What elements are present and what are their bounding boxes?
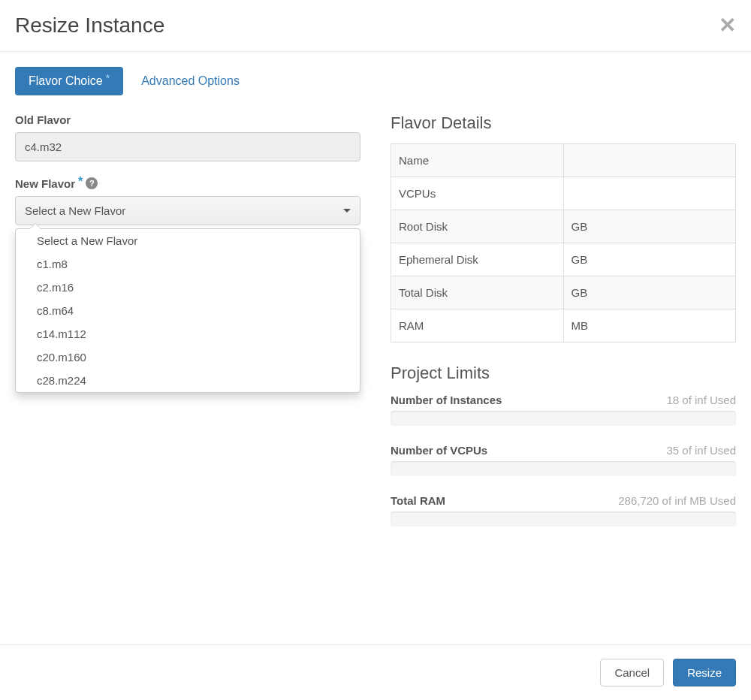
limit-instances: Number of Instances 18 of inf Used — [391, 394, 736, 426]
progress-bar — [391, 461, 736, 476]
modal-header: Resize Instance ✕ — [0, 0, 751, 52]
limit-label: Number of VCPUs — [391, 444, 487, 457]
modal-body: Flavor Choice * Advanced Options Old Fla… — [0, 52, 751, 560]
old-flavor-label: Old Flavor — [15, 113, 360, 126]
new-flavor-dropdown: Select a New Flavor Select a New Flavor … — [15, 196, 360, 225]
new-flavor-label: New Flavor * ? — [15, 177, 360, 190]
detail-value: GB — [563, 243, 736, 276]
new-flavor-label-text: New Flavor — [15, 177, 75, 190]
detail-label: Total Disk — [391, 276, 564, 309]
tabs: Flavor Choice * Advanced Options — [15, 67, 736, 95]
detail-value: GB — [563, 210, 736, 243]
limit-ram: Total RAM 286,720 of inf MB Used — [391, 494, 736, 527]
flavor-option[interactable]: c8.m64 — [16, 299, 360, 322]
flavor-option[interactable]: c20.m160 — [16, 345, 360, 369]
project-limits-title: Project Limits — [391, 364, 736, 383]
detail-label: Root Disk — [391, 210, 564, 243]
flavor-option[interactable]: c1.m8 — [16, 252, 360, 276]
detail-label: VCPUs — [391, 177, 564, 210]
flavor-details-table: Name VCPUs Root Disk GB Ephemeral Disk G… — [391, 143, 736, 342]
detail-label: Name — [391, 144, 564, 177]
help-icon[interactable]: ? — [86, 177, 98, 189]
detail-label: RAM — [391, 309, 564, 342]
cancel-button[interactable]: Cancel — [600, 659, 664, 686]
asterisk-icon: * — [106, 72, 110, 84]
limit-value: 35 of inf Used — [666, 444, 736, 457]
details-column: Flavor Details Name VCPUs Root Disk GB E… — [391, 113, 736, 545]
table-row: RAM MB — [391, 309, 736, 342]
detail-value: GB — [563, 276, 736, 309]
flavor-option[interactable]: c2.m16 — [16, 276, 360, 299]
modal-title: Resize Instance — [15, 14, 164, 38]
limit-vcpus: Number of VCPUs 35 of inf Used — [391, 444, 736, 476]
limit-value: 18 of inf Used — [666, 394, 736, 406]
table-row: Total Disk GB — [391, 276, 736, 309]
new-flavor-selected: Select a New Flavor — [25, 204, 125, 217]
progress-bar — [391, 411, 736, 426]
progress-bar — [391, 511, 736, 527]
flavor-option[interactable]: Select a New Flavor — [16, 229, 360, 252]
table-row: Root Disk GB — [391, 210, 736, 243]
required-asterisk-icon: * — [78, 175, 83, 189]
detail-label: Ephemeral Disk — [391, 243, 564, 276]
resize-button[interactable]: Resize — [673, 659, 736, 686]
limit-label: Number of Instances — [391, 394, 502, 406]
tab-flavor-choice[interactable]: Flavor Choice * — [15, 67, 123, 95]
table-row: VCPUs — [391, 177, 736, 210]
old-flavor-label-text: Old Flavor — [15, 113, 71, 126]
old-flavor-input — [15, 132, 360, 161]
new-flavor-select[interactable]: Select a New Flavor — [15, 196, 360, 225]
new-flavor-menu: Select a New Flavor c1.m8 c2.m16 c8.m64 … — [15, 228, 360, 393]
modal-footer: Cancel Resize — [0, 644, 751, 700]
flavor-option[interactable]: c28.m224 — [16, 369, 360, 392]
detail-value — [563, 144, 736, 177]
flavor-details-title: Flavor Details — [391, 113, 736, 133]
chevron-down-icon — [343, 209, 351, 213]
tab-flavor-label: Flavor Choice — [29, 74, 103, 88]
tab-advanced-options[interactable]: Advanced Options — [141, 67, 240, 95]
flavor-option[interactable]: c14.m112 — [16, 322, 360, 345]
detail-value: MB — [563, 309, 736, 342]
close-icon[interactable]: ✕ — [719, 15, 736, 36]
limit-label: Total RAM — [391, 494, 445, 507]
limit-value: 286,720 of inf MB Used — [618, 494, 736, 507]
detail-value — [563, 177, 736, 210]
form-column: Old Flavor New Flavor * ? Select a New F… — [15, 113, 360, 545]
table-row: Name — [391, 144, 736, 177]
table-row: Ephemeral Disk GB — [391, 243, 736, 276]
